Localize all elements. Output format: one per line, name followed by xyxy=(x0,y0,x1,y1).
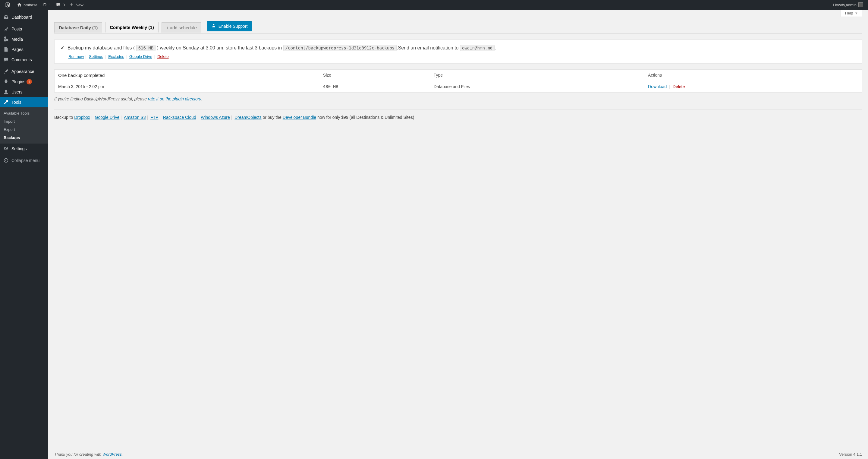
email-code: owain@hmn.md xyxy=(460,45,495,51)
collapse-menu[interactable]: Collapse menu xyxy=(0,155,48,166)
comment-icon xyxy=(3,57,9,62)
submenu-import[interactable]: Import xyxy=(0,117,48,125)
schedule-time-link[interactable]: Sunday at 3:00 am xyxy=(183,45,223,50)
tab-database-daily[interactable]: Database Daily (1) xyxy=(54,22,102,33)
menu-comments[interactable]: Comments xyxy=(0,55,48,65)
delete-schedule-link[interactable]: Delete xyxy=(157,54,169,59)
chevron-down-icon: ▾ xyxy=(855,11,858,16)
menu-tools[interactable]: Tools xyxy=(0,97,48,107)
delete-backup-link[interactable]: Delete xyxy=(673,84,685,89)
plus-icon xyxy=(70,3,74,7)
brush-icon xyxy=(3,69,9,74)
page-footer: Thank you for creating with WordPress. V… xyxy=(54,446,862,459)
dest-amazon-s3[interactable]: Amazon S3 xyxy=(124,115,146,120)
enable-support-label: Enable Support xyxy=(218,24,248,29)
menu-pages[interactable]: Pages xyxy=(0,44,48,55)
menu-label: Tools xyxy=(11,100,22,105)
menu-label: Media xyxy=(11,37,23,41)
wp-logo[interactable] xyxy=(2,0,14,10)
menu-dashboard[interactable]: Dashboard xyxy=(0,12,48,22)
refresh-icon xyxy=(42,2,47,7)
comment-icon xyxy=(56,2,61,7)
menu-posts[interactable]: Posts xyxy=(0,24,48,34)
menu-label: Comments xyxy=(11,57,32,62)
table-row: March 3, 2015 - 2:02 pm 480 MB Database … xyxy=(55,81,862,92)
wrench-icon xyxy=(3,99,9,105)
download-link[interactable]: Download xyxy=(648,84,667,89)
page-icon xyxy=(3,47,9,52)
google-drive-link[interactable]: Google Drive xyxy=(129,54,152,59)
updates-count: 1 xyxy=(49,3,51,7)
updates-link[interactable]: 1 xyxy=(40,0,53,10)
plug-icon xyxy=(3,79,9,84)
wordpress-icon xyxy=(5,2,10,7)
dashboard-icon xyxy=(3,15,9,20)
person-icon xyxy=(211,23,216,29)
actions-header: Actions xyxy=(644,69,862,81)
dest-dropbox[interactable]: Dropbox xyxy=(74,115,90,120)
new-link[interactable]: New xyxy=(67,0,86,10)
backup-path-code: /content/backupwordpress-1d31e8912c-back… xyxy=(283,45,397,51)
schedule-notice: ✔ Backup my database and files ( 616 MB … xyxy=(54,39,862,63)
tab-complete-weekly[interactable]: Complete Weekly (1) xyxy=(105,22,158,33)
site-link[interactable]: hmbase xyxy=(14,0,40,10)
developer-bundle-link[interactable]: Developer Bundle xyxy=(283,115,316,120)
backup-date: March 3, 2015 - 2:02 pm xyxy=(55,81,319,92)
menu-label: Posts xyxy=(11,27,22,31)
submenu-export[interactable]: Export xyxy=(0,125,48,134)
new-label: New xyxy=(76,3,84,7)
dest-ftp[interactable]: FTP xyxy=(150,115,158,120)
dest-dreamobjects[interactable]: DreamObjects xyxy=(235,115,261,120)
admin-bar-right: Howdy, admin xyxy=(831,0,866,10)
menu-media[interactable]: Media xyxy=(0,34,48,44)
menu-plugins[interactable]: Plugins 1 xyxy=(0,77,48,87)
schedule-actions: Run now| Settings| Excludes| Google Driv… xyxy=(61,54,856,59)
help-tab[interactable]: Help ▾ xyxy=(841,10,862,17)
admin-bar-left: hmbase 1 0 New xyxy=(2,0,86,10)
excludes-link[interactable]: Excludes xyxy=(108,54,124,59)
table-header-row: One backup completed Size Type Actions xyxy=(55,69,862,81)
destinations-line: Backup to Dropbox| Google Drive| Amazon … xyxy=(54,115,862,120)
dest-rackspace[interactable]: Rackspace Cloud xyxy=(163,115,196,120)
dest-google-drive[interactable]: Google Drive xyxy=(95,115,120,120)
menu-label: Pages xyxy=(11,47,24,52)
type-header: Type xyxy=(430,69,644,81)
comments-link[interactable]: 0 xyxy=(53,0,67,10)
run-now-link[interactable]: Run now xyxy=(68,54,84,59)
backup-size: 480 MB xyxy=(319,81,430,92)
dest-azure[interactable]: Windows Azure xyxy=(201,115,230,120)
submenu-available-tools[interactable]: Available Tools xyxy=(0,109,48,117)
menu-label: Users xyxy=(11,90,23,94)
backup-type: Database and Files xyxy=(430,81,644,92)
menu-label: Dashboard xyxy=(11,15,32,20)
size-header: Size xyxy=(319,69,430,81)
user-icon xyxy=(3,89,9,95)
enable-support-button[interactable]: Enable Support xyxy=(207,21,252,31)
site-name: hmbase xyxy=(24,3,37,7)
divider xyxy=(54,109,862,110)
menu-users[interactable]: Users xyxy=(0,87,48,97)
submenu-backups[interactable]: Backups xyxy=(0,134,48,142)
media-icon xyxy=(3,36,9,42)
version-label: Version 4.1.1 xyxy=(839,452,862,457)
menu-label: Appearance xyxy=(11,69,34,74)
menu-settings[interactable]: Settings xyxy=(0,144,48,154)
help-label: Help xyxy=(845,11,853,16)
plugins-badge: 1 xyxy=(27,79,32,84)
settings-link[interactable]: Settings xyxy=(89,54,103,59)
backup-actions: Download | Delete xyxy=(644,81,862,92)
rate-link[interactable]: rate it on the plugin directory xyxy=(148,96,201,101)
backup-size-code: 616 MB xyxy=(136,45,156,51)
footer-thanks: Thank you for creating with WordPress. xyxy=(54,452,123,457)
admin-sidebar: Dashboard Posts Media Pages Comments App… xyxy=(0,10,48,459)
comments-count: 0 xyxy=(62,3,64,7)
collapse-label: Collapse menu xyxy=(11,158,39,163)
tab-add-schedule[interactable]: + add schedule xyxy=(161,22,201,33)
avatar xyxy=(858,2,863,7)
wordpress-link[interactable]: WordPress xyxy=(102,452,122,457)
user-name: admin xyxy=(846,3,857,7)
menu-appearance[interactable]: Appearance xyxy=(0,66,48,77)
schedule-tabs: Database Daily (1) Complete Weekly (1) +… xyxy=(54,21,862,33)
collapse-icon xyxy=(3,158,9,163)
account-link[interactable]: Howdy, admin xyxy=(831,0,866,10)
